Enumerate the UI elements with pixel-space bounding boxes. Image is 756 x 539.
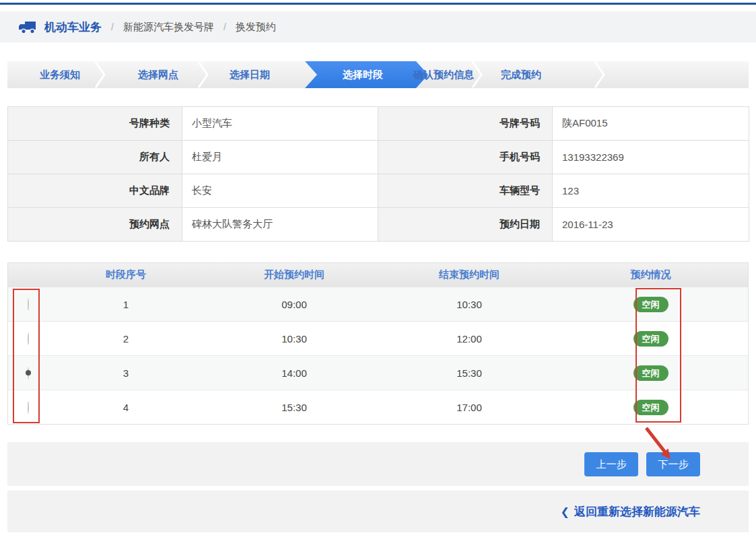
previous-step-button[interactable]: 上一步 xyxy=(584,452,638,476)
info-label: 所有人 xyxy=(8,141,182,174)
slot-start: 10:30 xyxy=(203,333,385,345)
step-select-site: 选择网点 xyxy=(138,61,178,88)
back-link-band: ❮ 返回重新选择新能源汽车 xyxy=(7,491,749,532)
chevron-separator-icon xyxy=(197,61,209,88)
slot-end: 10:30 xyxy=(385,299,553,310)
slot-start: 09:00 xyxy=(203,299,385,310)
slot-end: 15:30 xyxy=(385,367,553,379)
slot-start: 14:00 xyxy=(203,367,385,379)
chevron-separator-icon xyxy=(594,61,606,88)
info-label: 手机号码 xyxy=(378,141,553,174)
chevron-separator-icon xyxy=(94,61,106,88)
action-button-band: 上一步 下一步 xyxy=(7,442,749,486)
info-value: 长安 xyxy=(182,174,378,208)
info-value: 陕AF0015 xyxy=(553,107,749,141)
info-value: 小型汽车 xyxy=(182,107,378,141)
step-confirm-info: 确认预约信息 xyxy=(413,61,474,88)
step-business-notice: 业务须知 xyxy=(40,61,80,88)
slot-start: 15:30 xyxy=(203,402,385,413)
step-select-timeslot: 选择时段 xyxy=(343,61,383,88)
annotation-box-badges xyxy=(635,288,681,423)
breadcrumb: 机动车业务 / 新能源汽车换发号牌 / 换发预约 xyxy=(0,11,756,42)
info-value: 13193322369 xyxy=(553,141,749,174)
info-label: 车辆型号 xyxy=(378,174,553,208)
info-value: 碑林大队警务大厅 xyxy=(182,208,378,242)
slot-seq: 2 xyxy=(48,333,203,345)
info-label: 号牌种类 xyxy=(8,107,182,141)
info-label: 中文品牌 xyxy=(8,174,182,208)
breadcrumb-separator: / xyxy=(111,22,114,32)
header-end-time: 结束预约时间 xyxy=(385,268,553,281)
breadcrumb-level2: 新能源汽车换发号牌 xyxy=(123,21,214,34)
vehicle-info-table: 号牌种类 小型汽车 号牌号码 陕AF0015 所有人 杜爱月 手机号码 1319… xyxy=(7,106,749,242)
slot-seq: 3 xyxy=(48,367,203,379)
info-label: 预约网点 xyxy=(8,208,182,242)
slot-end: 17:00 xyxy=(385,402,553,413)
info-value: 123 xyxy=(553,174,749,208)
info-label: 号牌号码 xyxy=(378,107,553,141)
header-start-time: 开始预约时间 xyxy=(203,268,385,281)
header-status: 预约情况 xyxy=(553,268,748,281)
annotation-box-radios xyxy=(13,289,40,423)
info-label: 预约日期 xyxy=(378,208,553,242)
info-value: 杜爱月 xyxy=(182,141,378,174)
page: 机动车业务 / 新能源汽车换发号牌 / 换发预约 业务须知 选择网点 选择日期 … xyxy=(0,0,756,539)
slot-end: 12:00 xyxy=(385,333,553,345)
breadcrumb-separator: / xyxy=(224,22,226,32)
breadcrumb-section-title[interactable]: 机动车业务 xyxy=(44,20,102,35)
chevron-left-icon: ❮ xyxy=(561,505,570,518)
timeslot-table-header: 时段序号 开始预约时间 结束预约时间 预约情况 xyxy=(8,263,748,287)
step-progress-bar: 业务须知 选择网点 选择日期 选择时段 确认预约信息 完成预约 xyxy=(7,61,749,88)
step-complete: 完成预约 xyxy=(501,61,541,88)
breadcrumb-level3: 换发预约 xyxy=(236,21,276,34)
step-select-date: 选择日期 xyxy=(230,61,270,88)
info-value: 2016-11-23 xyxy=(553,208,749,242)
header-slot-seq: 时段序号 xyxy=(48,268,203,281)
back-link-label: 返回重新选择新能源汽车 xyxy=(574,504,700,519)
annotation-arrow-icon xyxy=(638,425,685,470)
slot-seq: 4 xyxy=(48,402,203,413)
slot-seq: 1 xyxy=(48,299,203,310)
top-accent-line xyxy=(0,3,756,5)
back-to-vehicle-select-link[interactable]: ❮ 返回重新选择新能源汽车 xyxy=(561,504,700,519)
truck-icon xyxy=(19,20,38,34)
